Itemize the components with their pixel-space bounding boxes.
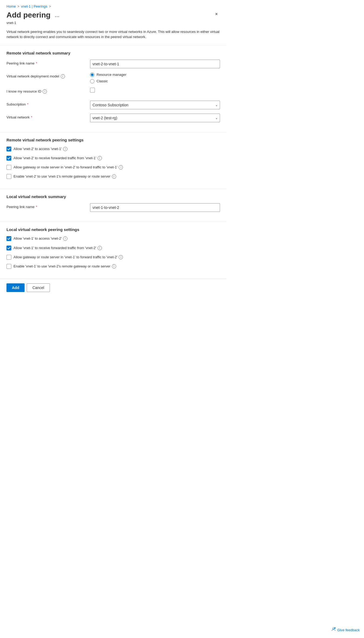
local-peering-label3: Allow gateway or route server in 'vnet-1… xyxy=(13,255,123,260)
remote-peering-label3: Allow gateway or route server in 'vnet-2… xyxy=(13,165,123,170)
subscription-select[interactable]: Contoso Subscription xyxy=(90,101,220,109)
local-peering-row4: Enable 'vnet-1' to use 'vnet-2's remote … xyxy=(6,264,220,269)
radio-classic-label: Classic xyxy=(97,79,108,83)
local-peering-settings-title: Local virtual network peering settings xyxy=(6,227,220,232)
local-peering-info1[interactable]: i xyxy=(63,236,67,241)
deployment-model-row: Virtual network deployment model i Resou… xyxy=(6,73,220,83)
local-peering-info4[interactable]: i xyxy=(112,264,116,269)
subscription-control: Contoso Subscription ⌄ xyxy=(90,101,220,109)
remote-peering-checkbox2[interactable] xyxy=(6,156,11,161)
local-peering-row1: Allow 'vnet-1' to access 'vnet-2' i xyxy=(6,236,220,241)
local-peering-link-label: Peering link name * xyxy=(6,203,90,209)
local-peering-info3[interactable]: i xyxy=(119,255,123,259)
deployment-model-control: Resource manager Classic xyxy=(90,73,220,83)
virtual-network-label: Virtual network * xyxy=(6,114,90,119)
subscription-select-wrapper: Contoso Subscription ⌄ xyxy=(90,101,220,109)
vnet-required-star: * xyxy=(31,115,32,119)
local-required-star: * xyxy=(36,205,37,209)
cancel-button[interactable]: Cancel xyxy=(27,283,50,292)
radio-classic[interactable]: Classic xyxy=(90,79,220,83)
remote-peering-info1[interactable]: i xyxy=(63,147,67,151)
peering-link-input[interactable] xyxy=(90,60,220,68)
radio-resource-manager-label: Resource manager xyxy=(97,73,126,77)
subscription-row: Subscription * Contoso Subscription ⌄ xyxy=(6,101,220,109)
local-peering-link-row: Peering link name * xyxy=(6,203,220,212)
description: Virtual network peering enables you to s… xyxy=(0,26,226,45)
local-peering-checkbox4[interactable] xyxy=(6,264,11,269)
subscription-required-star: * xyxy=(27,102,29,106)
remote-peering-settings-section: Remote virtual network peering settings … xyxy=(0,132,226,189)
remote-peering-label4: Enable 'vnet-2' to use 'vnet-1's remote … xyxy=(13,174,116,179)
deployment-model-info-icon[interactable]: i xyxy=(61,74,65,79)
local-summary-section: Local virtual network summary Peering li… xyxy=(0,189,226,222)
remote-peering-settings-title: Remote virtual network peering settings xyxy=(6,138,220,142)
local-peering-label2: Allow 'vnet-1' to receive forwarded traf… xyxy=(13,246,102,250)
local-peering-row3: Allow gateway or route server in 'vnet-1… xyxy=(6,255,220,260)
breadcrumb-home[interactable]: Home xyxy=(6,4,16,8)
breadcrumb: Home > vnet-1 | Peerings > xyxy=(0,0,226,8)
peering-link-label: Peering link name * xyxy=(6,60,90,65)
breadcrumb-sep2: > xyxy=(49,5,51,8)
remote-peering-info4[interactable]: i xyxy=(112,174,116,179)
bottom-bar: Add Cancel xyxy=(0,279,226,296)
deployment-model-radio-group: Resource manager Classic xyxy=(90,73,220,83)
remote-peering-label2: Allow 'vnet-2' to receive forwarded traf… xyxy=(13,156,102,161)
remote-peering-row1: Allow 'vnet-2' to access 'vnet-1' i xyxy=(6,147,220,151)
remote-peering-info3[interactable]: i xyxy=(119,165,123,169)
local-peering-checkbox3[interactable] xyxy=(6,255,11,260)
resource-id-label: I know my resource ID i xyxy=(6,88,90,94)
page-container: Home > vnet-1 | Peerings > Add peering .… xyxy=(0,0,226,296)
header: Add peering ... × xyxy=(0,8,226,21)
virtual-network-row: Virtual network * vnet-2 (test-rg) ⌄ xyxy=(6,114,220,122)
local-peering-label1: Allow 'vnet-1' to access 'vnet-2' i xyxy=(13,236,67,241)
local-peering-checkbox2[interactable] xyxy=(6,246,11,250)
virtual-network-control: vnet-2 (test-rg) ⌄ xyxy=(90,114,220,122)
radio-resource-manager[interactable]: Resource manager xyxy=(90,73,220,77)
vnet-select-wrapper: vnet-2 (test-rg) ⌄ xyxy=(90,114,220,122)
header-left: Add peering ... xyxy=(6,11,61,20)
local-peering-row2: Allow 'vnet-1' to receive forwarded traf… xyxy=(6,246,220,250)
subscription-label: Subscription * xyxy=(6,101,90,106)
subtitle: vnet-1 xyxy=(0,21,226,26)
peering-link-name-row: Peering link name * xyxy=(6,60,220,68)
local-peering-checkbox1[interactable] xyxy=(6,236,11,241)
local-summary-title: Local virtual network summary xyxy=(6,194,220,199)
resource-id-row: I know my resource ID i xyxy=(6,88,220,96)
resource-id-info-icon[interactable]: i xyxy=(43,89,47,94)
breadcrumb-vnet-peerings[interactable]: vnet-1 | Peerings xyxy=(21,4,47,8)
remote-peering-info2[interactable]: i xyxy=(98,156,102,160)
vnet-select[interactable]: vnet-2 (test-rg) xyxy=(90,114,220,122)
local-peering-link-input[interactable] xyxy=(90,203,220,212)
required-star: * xyxy=(36,61,37,65)
remote-peering-checkbox3[interactable] xyxy=(6,165,11,170)
remote-peering-checkbox4[interactable] xyxy=(6,174,11,179)
local-peering-settings-section: Local virtual network peering settings A… xyxy=(0,222,226,279)
peering-link-control xyxy=(90,60,220,68)
close-button[interactable]: × xyxy=(213,11,220,18)
remote-summary-title: Remote virtual network summary xyxy=(6,51,220,55)
deployment-model-label: Virtual network deployment model i xyxy=(6,73,90,79)
local-peering-link-control xyxy=(90,203,220,212)
remote-summary-section: Remote virtual network summary Peering l… xyxy=(0,45,226,132)
add-button[interactable]: Add xyxy=(6,283,25,292)
ellipsis-button[interactable]: ... xyxy=(53,12,61,18)
remote-peering-checkbox1[interactable] xyxy=(6,147,11,151)
local-peering-label4: Enable 'vnet-1' to use 'vnet-2's remote … xyxy=(13,264,116,269)
remote-peering-row3: Allow gateway or route server in 'vnet-2… xyxy=(6,165,220,170)
remote-peering-row4: Enable 'vnet-2' to use 'vnet-1's remote … xyxy=(6,174,220,179)
resource-id-control xyxy=(90,88,220,93)
resource-id-checkbox[interactable] xyxy=(90,88,95,93)
local-peering-info2[interactable]: i xyxy=(98,246,102,250)
remote-peering-row2: Allow 'vnet-2' to receive forwarded traf… xyxy=(6,156,220,161)
page-title: Add peering xyxy=(6,11,50,20)
breadcrumb-sep1: > xyxy=(18,5,19,8)
remote-peering-label1: Allow 'vnet-2' to access 'vnet-1' i xyxy=(13,147,67,151)
